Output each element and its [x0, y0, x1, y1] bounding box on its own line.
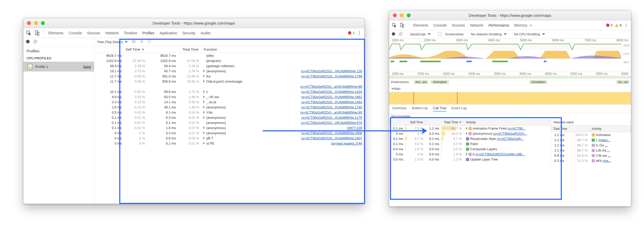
- profile-row[interactable]: 0.1 ms0.01 %1.8 ms0.07 %(anonymous)VM77:…: [94, 125, 364, 130]
- calltree-row[interactable]: 0.1 ms7.3 %1.2 ms64.7 % Animation Frame …: [389, 126, 551, 131]
- chevron-right-icon[interactable]: [203, 132, 205, 134]
- col-self-time[interactable]: Self Time: [94, 46, 147, 53]
- error-badge[interactable]: 3: [606, 23, 613, 27]
- tab-security[interactable]: Security: [182, 31, 196, 35]
- main-track[interactable]: Main: [389, 85, 631, 92]
- calltree-row[interactable]: 0 ms0 %0.0 ms1.9 % b rs=ACT90oGqRZGGxuWo…: [389, 152, 551, 157]
- tab-elements[interactable]: Elements: [48, 31, 63, 35]
- close-icon[interactable]: [140, 39, 144, 44]
- record-icon[interactable]: [26, 40, 30, 44]
- network-throttle-select[interactable]: No network throttling: [471, 32, 507, 36]
- profile-row[interactable]: 19.1 ms0.75 %45.7 ms1.79 %(anonymous)rs=…: [94, 68, 364, 74]
- source-link[interactable]: rs=ACT90oGqRZGG...KUlgM95Hw:1483: [301, 100, 362, 104]
- source-link[interactable]: rs=ACT90oGqR...: [497, 137, 524, 141]
- chevron-right-icon[interactable]: [203, 75, 205, 77]
- col-total-time[interactable]: Total Time: [147, 46, 201, 53]
- source-link[interactable]: rs=ACT90oGqRZGG...wVKUlgM95Hw:90: [300, 110, 362, 114]
- device-icon[interactable]: [34, 30, 40, 36]
- chevron-right-icon[interactable]: [203, 137, 205, 139]
- source-link[interactable]: ...: [608, 154, 611, 157]
- calltree-row[interactable]: 0.0 ms1.3 %0.0 ms1.3 %Update Layer Tree: [389, 157, 551, 162]
- grouping-select[interactable]: No Grouping: [389, 113, 631, 119]
- tab-summary[interactable]: Summary: [392, 106, 407, 111]
- source-link[interactable]: rs=ACT90oGqRZGG...wVKUlgM95Hw:88: [300, 85, 362, 89]
- chevron-right-icon[interactable]: [203, 142, 205, 145]
- chevron-right-icon[interactable]: [203, 116, 205, 119]
- timeline-overview[interactable]: 1000 ms2000 ms3000 ms4000 ms5000 ms6000 …: [389, 38, 631, 72]
- device-icon[interactable]: [400, 23, 405, 28]
- error-badge[interactable]: 1: [348, 31, 354, 35]
- source-link[interactable]: rs=ACT90oGqRZGGxuWo-z8B...: [475, 152, 525, 156]
- col-total-time[interactable]: Total Time: [551, 126, 590, 132]
- source-link[interactable]: rs=ACT90oGqRZGG...KUlgM95Hw:2407: [301, 136, 362, 140]
- interactions-track[interactable]: Interactions Ani...ion Animation Animati…: [389, 79, 631, 85]
- tab-event-log[interactable]: Event Log: [452, 106, 467, 111]
- kebab-icon[interactable]: [624, 23, 628, 27]
- tab-application[interactable]: Application: [160, 31, 177, 35]
- profile-row[interactable]: 9626.7 ms9626.7 ms(idle): [94, 53, 364, 58]
- chevron-right-icon[interactable]: [466, 153, 468, 155]
- chevron-right-icon[interactable]: [466, 132, 468, 135]
- source-link[interactable]: rs=ACT90oGqRZGG...: [493, 132, 527, 136]
- refresh-icon[interactable]: [147, 39, 151, 44]
- stack-row[interactable]: 0.3 ms21.5 %aKb /ma...: [551, 158, 631, 163]
- stack-row[interactable]: 1.1 ms88.7 %c /maps...: [551, 137, 631, 142]
- inspect-icon[interactable]: [26, 30, 32, 36]
- calltree-row[interactable]: 0.0 ms2.0 %0.0 ms2.0 %Composite Layers: [389, 146, 551, 152]
- save-link[interactable]: Save: [83, 65, 91, 69]
- source-link[interactable]: ...: [607, 148, 610, 152]
- profile-row[interactable]: 58.4 ms2.29 %58.4 ms2.29 %(garbage colle…: [94, 63, 364, 68]
- col-function[interactable]: Function: [201, 46, 364, 53]
- tab-performance[interactable]: Performance: [488, 23, 509, 27]
- source-link[interactable]: rs=ACT90oGqRZGG...VKUlgM95Hw:679: [301, 121, 362, 125]
- profile-row[interactable]: 0 ms0 %0.1 ms0.01 %sI.PEcb=gapi.loaded_0…: [94, 141, 364, 146]
- source-link[interactable]: rs=ACT90oGqRZGG...VKUlgM95Hw:126: [301, 69, 362, 73]
- tab-timeline[interactable]: Timeline: [124, 31, 137, 35]
- col-self-time[interactable]: Self Time: [389, 119, 425, 125]
- flame-chart[interactable]: [389, 92, 631, 105]
- profile-row[interactable]: 0 ms0 %0.8 ms0.03 %yB.Trs=ACT90oGqRZGG..…: [94, 136, 364, 141]
- clear-icon[interactable]: [399, 32, 403, 37]
- kebab-icon[interactable]: [357, 31, 362, 35]
- calltree-row[interactable]: 0.2 ms8.7 %0.2 ms8.7 %Recalculate Style …: [389, 136, 551, 141]
- source-link[interactable]: rs=ACT90oGqRZGG...KUlgM95Hw:1176: [301, 116, 362, 120]
- tab-elements[interactable]: Elements: [413, 23, 428, 27]
- chevron-right-icon[interactable]: [203, 111, 205, 114]
- profile-row[interactable]: 0.5 ms0.02 %6.1 ms0.24 %Ydars=ACT90oGqRZ…: [94, 110, 364, 115]
- screenshots-checkbox[interactable]: [438, 33, 442, 36]
- profile-row[interactable]: 10.1 ms0.40 %69.6 ms2.72 %crs=ACT90oGqRZ…: [94, 89, 364, 94]
- source-link[interactable]: /maps...: [598, 138, 610, 142]
- tab-bottom-up[interactable]: Bottom-Up: [412, 106, 428, 111]
- tab-sources[interactable]: Sources: [452, 23, 465, 27]
- col-activity[interactable]: Activity: [590, 126, 631, 132]
- stack-row[interactable]: 0.6 ms52.6 %VJb.wa ...: [551, 153, 631, 158]
- tab-network[interactable]: Network: [105, 31, 118, 35]
- chevron-right-icon[interactable]: [203, 106, 205, 108]
- profile-row[interactable]: 8.9 ms0.35 %50.5 ms1.98 %_.VK.wars=ACT90…: [94, 94, 364, 99]
- tab-audits[interactable]: Audits: [201, 31, 211, 35]
- chevron-right-icon[interactable]: [203, 70, 205, 72]
- category-select[interactable]: JavaScript: [410, 32, 431, 36]
- stack-row[interactable]: 1.1 ms88.7 %LJb.Aa ...: [551, 148, 631, 153]
- profile-row[interactable]: 12.7 ms0.50 %561.0 ms21.94 %Kars=ACT90oG…: [94, 74, 364, 79]
- chevron-right-icon[interactable]: [203, 126, 205, 129]
- col-total-time[interactable]: Total Time: [425, 119, 464, 125]
- source-link[interactable]: /ma...: [603, 159, 611, 163]
- chevron-right-icon[interactable]: [203, 80, 205, 83]
- profile-row[interactable]: 3.3 ms0.13 %14.1 ms0.55 %_.as.lars=ACT90…: [94, 99, 364, 105]
- profile-item[interactable]: Profile 1 Save: [23, 62, 94, 71]
- cpu-throttle-select[interactable]: No CPU throttling: [514, 32, 545, 36]
- source-link[interactable]: rs=ACT90oGqRZGG...KUlgM95Hw:1799: [301, 74, 362, 78]
- inspect-icon[interactable]: [392, 23, 397, 28]
- chevron-right-icon[interactable]: [466, 127, 468, 130]
- col-activity[interactable]: Activity: [464, 119, 551, 125]
- stack-row[interactable]: 1.1 ms88.7 %iL.Ga ...: [551, 142, 631, 148]
- chevron-right-icon[interactable]: [203, 90, 205, 93]
- chevron-right-icon[interactable]: [203, 95, 205, 98]
- source-link[interactable]: rs=ACT90...: [507, 126, 526, 130]
- chevron-right-icon[interactable]: [203, 101, 205, 103]
- profile-row[interactable]: rs=ACT90oGqRZGG...wVKUlgM95Hw:88: [94, 84, 364, 89]
- tab-memory[interactable]: Memory: [514, 23, 528, 27]
- eye-icon[interactable]: [131, 39, 136, 45]
- tab-console[interactable]: Console: [69, 31, 82, 35]
